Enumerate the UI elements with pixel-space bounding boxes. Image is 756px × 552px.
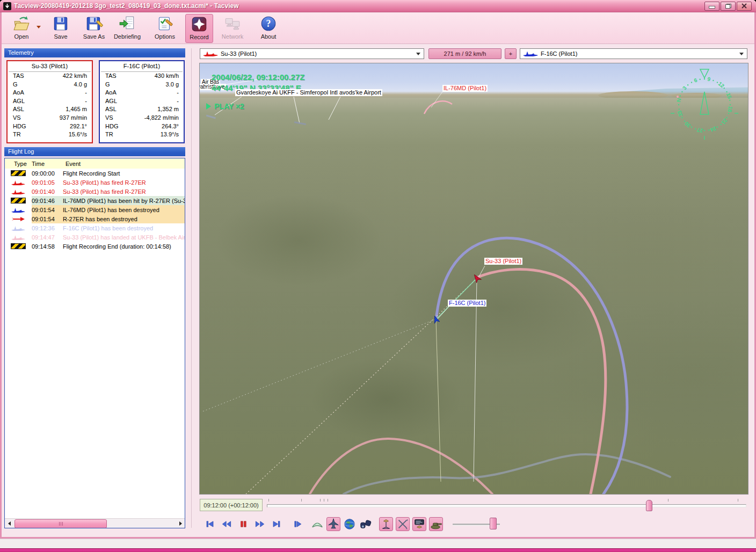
network-button: Network (217, 14, 248, 42)
panel-splitter[interactable] (191, 48, 192, 528)
flight-log-row[interactable]: 09:14:58Flight Recording End (duration: … (5, 242, 185, 251)
telemetry-value: 1,352 m (157, 105, 179, 114)
skip-to-start-button[interactable] (203, 517, 217, 531)
f16-altitude-pole (436, 321, 441, 482)
aircraft-labels-toggle[interactable] (326, 517, 340, 531)
taskbar-edge[interactable] (0, 548, 756, 552)
flight-log-row[interactable]: 09:12:36F-16C (Pilot1) has been destroye… (5, 223, 185, 233)
timeline-thumb[interactable] (646, 500, 652, 511)
show-ground-units-toggle[interactable] (429, 517, 443, 531)
scrollbar-thumb[interactable] (14, 519, 107, 528)
telemetry-table-su33: Su-33 (Pilot1) TAS422 km/h G4.0 g AoA- A… (6, 60, 93, 143)
fast-forward-button[interactable] (253, 517, 267, 531)
event-text: R-27ER has been destroyed (63, 216, 185, 222)
telemetry-value: 292.1° (70, 122, 87, 131)
speed-slider-handle[interactable] (490, 518, 497, 529)
fighter-jet-icon (327, 518, 340, 531)
open-button[interactable]: Open (9, 14, 34, 42)
event-time: 09:01:05 (32, 179, 63, 186)
telemetry-label: TAS (13, 72, 24, 81)
globe-icon (343, 518, 356, 531)
show-labels-toggle[interactable] (412, 517, 426, 531)
scroll-left-button[interactable] (5, 519, 13, 528)
event-time: 09:12:36 (32, 225, 63, 231)
flight-log-header-label: Flight Log (8, 148, 34, 155)
hazard-icon (11, 170, 26, 176)
tacview-window: Tacview-20080419-201218 3go_test2_080419… (0, 0, 756, 539)
restore-button[interactable] (721, 2, 736, 11)
record-button[interactable]: Record (185, 14, 213, 43)
flight-log-row[interactable]: 09:01:40Su-33 (Pilot1) has fired R-27ER (5, 187, 185, 196)
minimize-button[interactable] (704, 2, 719, 11)
svg-text:?: ? (266, 18, 271, 29)
targeting-line (436, 278, 477, 319)
event-text: Su-33 (Pilot1) has fired R-27ER (63, 188, 185, 195)
about-button[interactable]: ? About (256, 14, 281, 42)
runway-mark (206, 115, 216, 119)
pause-button[interactable] (236, 517, 250, 531)
event-time: 09:14:58 (32, 243, 63, 250)
current-time-display: 09:12:00 (+00:12:00) (200, 499, 263, 511)
flight-log-row[interactable]: 09:01:54R-27ER has been destroyed (5, 214, 185, 223)
step-forward-button[interactable] (290, 517, 304, 531)
secondary-object-selector[interactable]: F-16C (Pilot1) (520, 48, 747, 59)
debriefing-label: Debriefing (110, 33, 144, 40)
faded-pink-plane-icon (11, 234, 26, 241)
scroll-right-button[interactable] (176, 519, 185, 528)
su33-label[interactable]: Su-33 (Pilot1) (484, 258, 522, 265)
event-text: IL-76MD (Pilot1) has been hit by R-27ER … (63, 198, 185, 204)
play-icon (206, 103, 211, 110)
globe-view-toggle[interactable] (343, 517, 357, 531)
f16-label[interactable]: F-16C (Pilot1) (448, 300, 486, 307)
open-folder-icon (12, 14, 31, 33)
red-missile-icon (11, 216, 25, 222)
timeline-event-tick (668, 499, 668, 502)
telemetry-su33-name: Su-33 (Pilot1) (9, 61, 91, 72)
network-label: Network (217, 33, 248, 40)
telemetry-header-label: Telemetry (8, 49, 34, 56)
secondary-object-value: F-16C (Pilot1) (541, 50, 577, 57)
projection-line (246, 279, 477, 494)
f16-label-line (438, 307, 449, 319)
flight-log-row[interactable]: 09:01:05Su-33 (Pilot1) has fired R-27ER (5, 178, 185, 187)
timeline-event-tick (328, 499, 328, 502)
compass-label: 18 (726, 106, 733, 113)
old-pink-trail (310, 439, 492, 494)
skip-to-end-button[interactable] (270, 517, 284, 531)
play-status: PLAY ×2 (206, 102, 244, 111)
flight-log-row[interactable]: 09:14:47Su-33 (Pilot1) has landed at UKF… (5, 233, 185, 242)
3d-view[interactable]: N 3 6 9 12 15 18 21 24 27 30 33 Air Bas … (200, 63, 748, 494)
save-as-button[interactable]: Save As (80, 14, 108, 42)
map-label-ukff[interactable]: UKFF - Simferopol Intl. (278, 89, 340, 96)
timeline-event-tick (738, 499, 738, 502)
add-object-button[interactable]: + (505, 48, 517, 59)
title-bar[interactable]: Tacview-20080419-201218 3go_test2_080419… (0, 0, 756, 12)
red-plane-icon (202, 50, 219, 58)
rewind-button[interactable] (220, 517, 234, 531)
il76-label[interactable]: IL-76MD (Pilot1) (442, 85, 488, 92)
close-button[interactable] (737, 2, 752, 11)
blue-plane-icon (522, 50, 539, 58)
flight-log-hscrollbar[interactable] (5, 518, 185, 528)
current-time-value: 09:12:00 (+00:12:00) (203, 502, 258, 509)
flight-log-row[interactable]: 09:01:54IL-76MD (Pilot1) has been destro… (5, 205, 185, 214)
primary-object-selector[interactable]: Su-33 (Pilot1) (200, 48, 424, 59)
show-objects-toggle[interactable] (379, 517, 393, 531)
flight-log-row[interactable]: 09:01:46IL-76MD (Pilot1) has been hit by… (5, 196, 185, 205)
hazard-icon (11, 198, 26, 204)
options-button[interactable]: Options (151, 14, 179, 42)
hazard-icon (11, 243, 26, 249)
window-controls (704, 2, 752, 11)
about-label: About (256, 33, 281, 40)
show-trails-toggle[interactable] (396, 517, 410, 531)
timeline-slider[interactable] (267, 504, 746, 507)
open-dropdown-button[interactable] (35, 23, 42, 31)
save-button[interactable]: Save (49, 14, 72, 42)
distance-speed-button[interactable]: 271 m / 92 km/h (428, 48, 501, 59)
cockpit-view-toggle[interactable] (310, 517, 324, 531)
debriefing-button[interactable]: Debriefing (110, 14, 144, 42)
compass-label: 33 (676, 110, 684, 118)
map-label-zavodske[interactable]: avods'ke Airport (338, 89, 382, 96)
flight-log-row[interactable]: 09:00:00Flight Recording Start (5, 169, 185, 178)
free-camera-toggle[interactable] (359, 517, 373, 531)
